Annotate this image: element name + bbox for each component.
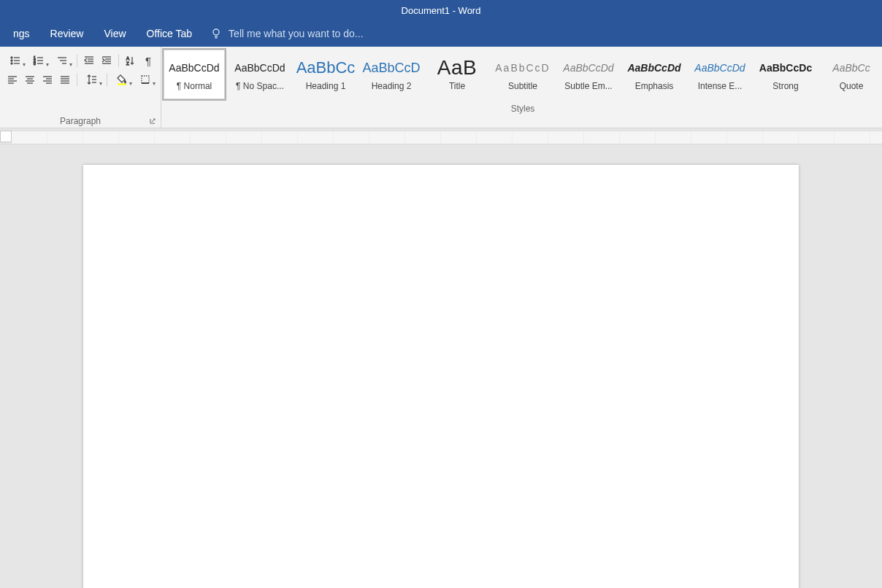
- style-name: Quote: [821, 80, 881, 93]
- style-name: Title: [427, 80, 487, 93]
- group-label-paragraph: Paragraph: [0, 115, 161, 128]
- style-item-quote[interactable]: AaBbCcQuote: [819, 48, 882, 101]
- increase-indent-button[interactable]: [99, 53, 115, 69]
- style-name: Intense E...: [690, 80, 750, 93]
- style-item-subtle-em[interactable]: AaBbCcDdSubtle Em...: [556, 48, 621, 101]
- horizontal-ruler[interactable]: [12, 131, 882, 144]
- svg-text:A: A: [126, 56, 129, 61]
- paragraph-dialog-launcher[interactable]: [147, 116, 158, 126]
- style-sample: AaB: [427, 56, 487, 80]
- sort-button[interactable]: AZ: [123, 53, 139, 69]
- group-styles: AaBbCcDd¶ NormalAaBbCcDd¶ No Spac...AaBb…: [161, 47, 882, 128]
- svg-rect-50: [142, 76, 149, 83]
- separator: [77, 54, 77, 67]
- style-item-title[interactable]: AaBTitle: [425, 48, 489, 101]
- line-spacing-button[interactable]: [81, 71, 103, 88]
- ribbon-tabs: ngs Review View Office Tab Tell me what …: [0, 20, 882, 47]
- document-page[interactable]: [83, 165, 799, 588]
- style-sample: AaBbCcDd: [624, 56, 684, 80]
- ribbon: 123 AZ ¶: [0, 47, 882, 128]
- style-item-strong[interactable]: AaBbCcDcStrong: [753, 48, 818, 101]
- separator: [77, 73, 77, 86]
- ruler-area: [0, 128, 882, 144]
- window-title: Document1 - Word: [402, 5, 481, 16]
- group-label-styles: Styles: [161, 102, 882, 115]
- style-item-heading-1[interactable]: AaBbCcHeading 1: [294, 48, 358, 101]
- style-sample: AaBbCcD: [493, 56, 553, 80]
- style-sample: AaBbCcDd: [165, 56, 223, 80]
- style-item-no-spac[interactable]: AaBbCcDd¶ No Spac...: [228, 48, 292, 101]
- svg-point-0: [213, 29, 219, 35]
- style-name: Strong: [756, 80, 816, 93]
- style-sample: AaBbCcDd: [690, 56, 750, 80]
- numbering-button[interactable]: 123: [28, 53, 50, 69]
- align-right-button[interactable]: [39, 71, 55, 88]
- tell-me-placeholder: Tell me what you want to do...: [229, 28, 363, 39]
- style-sample: AaBbCcDd: [559, 56, 618, 80]
- style-sample: AaBbCcD: [361, 56, 421, 80]
- style-name: ¶ No Spac...: [230, 80, 290, 93]
- title-bar: Document1 - Word: [0, 0, 882, 20]
- lightbulb-icon: [210, 27, 223, 40]
- document-area[interactable]: [0, 144, 882, 588]
- separator: [107, 73, 107, 86]
- align-left-button[interactable]: [4, 71, 20, 88]
- style-item-heading-2[interactable]: AaBbCcDHeading 2: [359, 48, 423, 101]
- svg-text:Z: Z: [126, 61, 129, 66]
- style-name: Heading 2: [361, 80, 421, 93]
- group-paragraph: 123 AZ ¶: [0, 47, 161, 128]
- bullets-button[interactable]: [4, 53, 26, 69]
- separator: [118, 54, 119, 67]
- decrease-indent-button[interactable]: [81, 53, 97, 69]
- justify-button[interactable]: [57, 71, 73, 88]
- style-item-intense-e[interactable]: AaBbCcDdIntense E...: [688, 48, 752, 101]
- style-name: Subtitle: [493, 80, 553, 93]
- tab-review[interactable]: Review: [40, 20, 94, 47]
- ruler-corner[interactable]: [0, 131, 12, 142]
- svg-point-7: [11, 63, 12, 64]
- tab-mailings-partial[interactable]: ngs: [3, 20, 40, 47]
- pilcrow-icon: ¶: [145, 55, 151, 67]
- style-sample: AaBbCc: [821, 56, 881, 80]
- style-sample: AaBbCc: [296, 56, 356, 80]
- styles-gallery[interactable]: AaBbCcDd¶ NormalAaBbCcDd¶ No Spac...AaBb…: [161, 47, 882, 102]
- style-item-emphasis[interactable]: AaBbCcDdEmphasis: [622, 48, 686, 101]
- tab-office-tab[interactable]: Office Tab: [137, 20, 203, 47]
- show-hide-pilcrow-button[interactable]: ¶: [140, 53, 156, 69]
- style-item-subtitle[interactable]: AaBbCcDSubtitle: [491, 48, 555, 101]
- svg-rect-49: [118, 84, 126, 85]
- style-name: Subtle Em...: [559, 80, 618, 93]
- style-name: ¶ Normal: [165, 80, 223, 93]
- style-sample: AaBbCcDd: [230, 56, 290, 80]
- tab-view[interactable]: View: [93, 20, 136, 47]
- svg-point-3: [11, 57, 12, 58]
- multilevel-list-button[interactable]: [51, 53, 73, 69]
- style-name: Emphasis: [624, 80, 684, 93]
- tell-me[interactable]: Tell me what you want to do...: [210, 27, 363, 40]
- style-item-normal[interactable]: AaBbCcDd¶ Normal: [162, 48, 226, 101]
- align-center-button[interactable]: [22, 71, 38, 88]
- borders-button[interactable]: [134, 71, 156, 88]
- style-sample: AaBbCcDc: [756, 56, 816, 80]
- svg-text:3: 3: [34, 61, 36, 66]
- style-name: Heading 1: [296, 80, 356, 93]
- svg-line-52: [152, 119, 155, 122]
- shading-button[interactable]: [111, 71, 133, 88]
- svg-point-5: [11, 60, 12, 61]
